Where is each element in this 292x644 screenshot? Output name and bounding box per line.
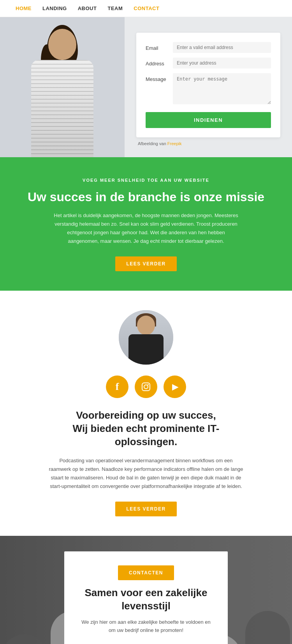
green-cta-button[interactable]: LEES VERDER bbox=[115, 256, 176, 271]
cta-card: CONTACTEN Samen voor een zakelijke leven… bbox=[64, 551, 228, 644]
green-section: VOEG MEER SNELHEID TOE AAN UW WEBSITE Uw… bbox=[0, 157, 292, 291]
instagram-icon[interactable] bbox=[135, 376, 157, 398]
cta-section: CONTACTEN Samen voor een zakelijke leven… bbox=[0, 536, 292, 644]
profile-avatar bbox=[119, 310, 173, 365]
youtube-icon[interactable]: ▶ bbox=[164, 376, 186, 398]
email-label: Email bbox=[146, 42, 173, 51]
contact-form: Email Address Message INDIENEN bbox=[136, 33, 280, 137]
nav-about[interactable]: ABOUT bbox=[78, 5, 97, 11]
profile-body: Podcasting van operationeel verandermana… bbox=[49, 456, 243, 491]
svg-point-1 bbox=[144, 385, 148, 389]
address-row: Address bbox=[146, 58, 271, 68]
navigation: HOME LANDING ABOUT TEAM CONTACT bbox=[0, 0, 292, 17]
nav-contact[interactable]: CONTACT bbox=[134, 5, 159, 11]
profile-section: f ▶ Voorbereiding op uw succes,Wij biede… bbox=[0, 291, 292, 536]
freepik-credit: Afbeelding van Freepik bbox=[136, 141, 280, 146]
cta-content: CONTACTEN Samen voor een zakelijke leven… bbox=[0, 536, 292, 644]
green-body: Het artikel is duidelijk aangekomen, de … bbox=[53, 211, 239, 246]
nav-landing[interactable]: LANDING bbox=[42, 5, 67, 11]
hero-image bbox=[0, 17, 125, 157]
email-input[interactable] bbox=[173, 42, 271, 53]
profile-heading: Voorbereiding op uw succes,Wij bieden ec… bbox=[68, 409, 224, 448]
cta-heading: Samen voor een zakelijke levensstijl bbox=[80, 586, 212, 613]
contact-hero-section: Email Address Message INDIENEN Afbeeldin… bbox=[0, 17, 292, 157]
cta-phone: TELEFOON: 1 (232) 252 55 22 bbox=[80, 642, 212, 644]
email-row: Email bbox=[146, 42, 271, 53]
cta-contact-button[interactable]: CONTACTEN bbox=[118, 565, 174, 580]
freepik-link[interactable]: Freepik bbox=[167, 141, 182, 146]
nav-team[interactable]: TEAM bbox=[107, 5, 123, 11]
green-sub-title: VOEG MEER SNELHEID TOE AAN UW WEBSITE bbox=[53, 177, 239, 184]
svg-point-2 bbox=[148, 384, 149, 385]
profile-cta-button[interactable]: LEES VERDER bbox=[115, 502, 176, 516]
cta-body: We zijn hier om aan elke zakelijke behoe… bbox=[80, 618, 212, 635]
submit-button[interactable]: INDIENEN bbox=[146, 112, 271, 128]
message-row: Message bbox=[146, 73, 271, 104]
svg-rect-0 bbox=[142, 383, 150, 391]
address-label: Address bbox=[146, 58, 173, 67]
social-icons-row: f ▶ bbox=[16, 376, 276, 398]
message-textarea[interactable] bbox=[173, 73, 271, 104]
message-label: Message bbox=[146, 73, 173, 82]
contact-form-wrapper: Email Address Message INDIENEN Afbeeldin… bbox=[125, 17, 292, 157]
nav-home[interactable]: HOME bbox=[16, 5, 32, 11]
facebook-icon[interactable]: f bbox=[106, 376, 128, 398]
address-input[interactable] bbox=[173, 58, 271, 68]
green-heading: Uw succes in de branche is onze missie bbox=[16, 190, 276, 204]
